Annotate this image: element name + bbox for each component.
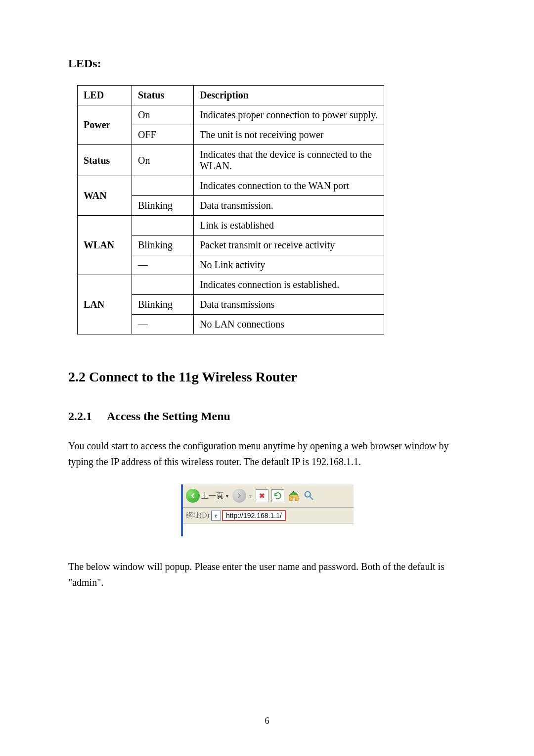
stop-icon: ✖: [259, 492, 265, 500]
cell-status: OFF: [132, 125, 194, 145]
table-row: WAN Indicates connection to the WAN port: [78, 176, 384, 196]
address-bar: 網址(D) e http://192.168.1.1/: [183, 508, 354, 523]
section-2-2-1-heading: 2.2.1Access the Setting Menu: [68, 410, 466, 423]
cell-led: LAN: [78, 275, 132, 334]
table-header-row: LED Status Description: [78, 86, 384, 105]
home-button[interactable]: [287, 490, 300, 502]
refresh-icon: [273, 491, 282, 500]
cell-status: Blinking: [132, 295, 194, 315]
browser-screenshot: 上一頁 ▼ ▼ ✖ 網址(D) e: [181, 484, 354, 536]
back-button[interactable]: 上一頁 ▼: [186, 489, 230, 503]
url-input[interactable]: http://192.168.1.1/: [222, 510, 286, 521]
leds-heading: LEDs:: [68, 57, 466, 70]
cell-status: [132, 176, 194, 196]
cell-desc: Indicates proper connection to power sup…: [194, 105, 384, 125]
table-row: Status On Indicates that the device is c…: [78, 145, 384, 176]
cell-led: WLAN: [78, 216, 132, 275]
cell-led: Power: [78, 105, 132, 145]
cell-desc: No Link activity: [194, 255, 384, 275]
cell-status: —: [132, 255, 194, 275]
browser-content: [183, 523, 354, 533]
back-arrow-icon: [186, 489, 200, 503]
cell-desc: Packet transmit or receive activity: [194, 236, 384, 255]
table-row: LAN Indicates connection is established.: [78, 275, 384, 295]
cell-desc: No LAN connections: [194, 315, 384, 334]
svg-line-1: [310, 497, 313, 500]
cell-desc: Indicates connection to the WAN port: [194, 176, 384, 196]
ie-page-icon: e: [211, 511, 221, 520]
section-title: Access the Setting Menu: [107, 410, 230, 423]
home-icon: [287, 490, 300, 502]
forward-button[interactable]: ▼: [232, 489, 253, 503]
cell-status: Blinking: [132, 196, 194, 216]
cell-status: [132, 216, 194, 236]
table-row: WLAN Link is established: [78, 216, 384, 236]
cell-desc: Indicates that the device is connected t…: [194, 145, 384, 176]
cell-desc: The unit is not receiving power: [194, 125, 384, 145]
forward-arrow-icon: [232, 489, 246, 503]
cell-desc: Link is established: [194, 216, 384, 236]
search-icon: [303, 490, 314, 501]
paragraph-2: The below window will popup. Please ente…: [68, 559, 466, 590]
section-number: 2.2.1: [68, 410, 92, 423]
cell-desc: Data transmission.: [194, 196, 384, 216]
th-led: LED: [78, 86, 132, 105]
search-button[interactable]: [303, 490, 315, 502]
cell-led: Status: [78, 145, 132, 176]
cell-status: On: [132, 145, 194, 176]
table-row: Power On Indicates proper connection to …: [78, 105, 384, 125]
cell-desc: Indicates connection is established.: [194, 275, 384, 295]
stop-button[interactable]: ✖: [256, 489, 268, 502]
cell-status: —: [132, 315, 194, 334]
dropdown-icon: ▼: [248, 493, 253, 499]
th-desc: Description: [194, 86, 384, 105]
cell-status: On: [132, 105, 194, 125]
back-label: 上一頁: [201, 491, 223, 501]
cell-status: Blinking: [132, 236, 194, 255]
leds-table: LED Status Description Power On Indicate…: [77, 85, 384, 334]
address-label: 網址(D): [186, 511, 209, 520]
dropdown-icon: ▼: [225, 493, 230, 499]
page-number: 6: [0, 716, 534, 726]
th-status: Status: [132, 86, 194, 105]
cell-led: WAN: [78, 176, 132, 216]
refresh-button[interactable]: [271, 489, 284, 502]
paragraph-1: You could start to access the configurat…: [68, 438, 466, 470]
cell-desc: Data transmissions: [194, 295, 384, 315]
section-2-2-heading: 2.2 Connect to the 11g Wireless Router: [68, 369, 466, 385]
cell-status: [132, 275, 194, 295]
browser-toolbar: 上一頁 ▼ ▼ ✖: [183, 484, 354, 508]
